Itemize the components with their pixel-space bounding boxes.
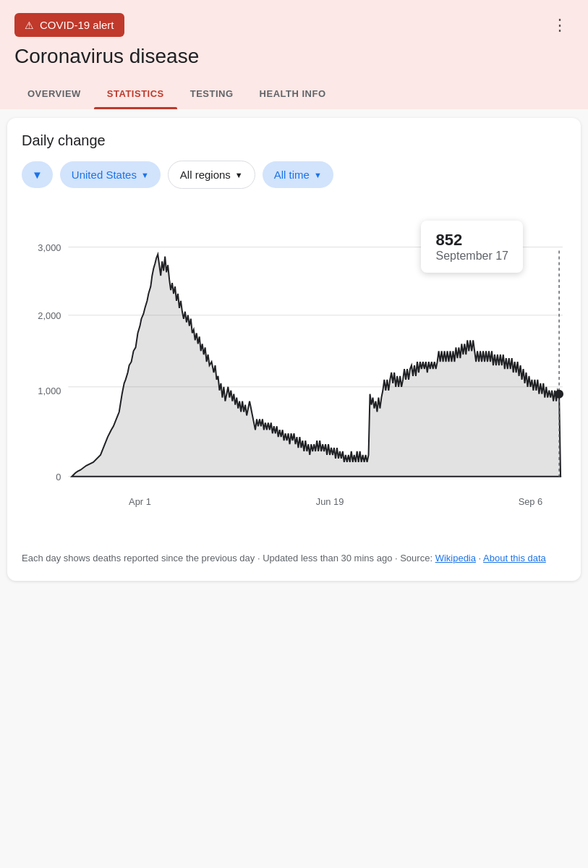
x-label-apr1: Apr 1 [129,496,151,507]
country-label: United States [72,169,137,181]
chart-area-path [72,255,561,477]
tooltip-date: September 17 [435,250,508,263]
header-background: ⚠ COVID-19 alert ⋮ Coronavirus disease O… [0,0,588,109]
more-options-icon[interactable]: ⋮ [546,13,574,38]
alert-badge-label: COVID-19 alert [40,19,114,31]
statistics-card: Daily change ▼ United States ▼ All regio… [7,118,581,581]
region-label: All regions [180,169,231,181]
page-title: Coronavirus disease [14,45,574,68]
y-label-0: 0 [56,472,61,482]
wikipedia-link[interactable]: Wikipedia [435,553,476,563]
footer-description: Each day shows deaths reported since the… [22,553,435,563]
alert-icon: ⚠ [25,20,34,31]
region-filter-button[interactable]: All regions ▼ [168,161,255,189]
y-label-3000: 3,000 [38,242,61,253]
y-label-2000: 2,000 [38,310,61,321]
x-label-sep6: Sep 6 [519,496,543,507]
tab-statistics[interactable]: STATISTICS [94,78,177,109]
x-label-jun19: Jun 19 [316,496,344,507]
chart-tooltip: 852 September 17 [421,221,523,273]
timeframe-label: All time [274,169,310,181]
tab-health-info[interactable]: HEALTH INFO [247,78,339,109]
card-footer: Each day shows deaths reported since the… [22,550,566,566]
chart-hover-dot [555,390,563,399]
timeframe-dropdown-icon: ▼ [314,171,322,179]
card-title: Daily change [22,132,566,149]
prev-arrow-button[interactable]: ▼ [22,161,53,188]
about-data-link[interactable]: About this data [483,553,546,563]
region-dropdown-icon: ▼ [235,171,243,179]
header-top-row: ⚠ COVID-19 alert ⋮ [14,13,574,38]
tab-overview[interactable]: OVERVIEW [14,78,94,109]
tab-bar: OVERVIEW STATISTICS TESTING HEALTH INFO [14,78,574,109]
prev-arrow-icon: ▼ [32,169,43,181]
country-dropdown-icon: ▼ [141,171,149,179]
country-filter-button[interactable]: United States ▼ [60,161,161,188]
footer-separator: · [476,553,483,563]
tab-testing[interactable]: TESTING [177,78,247,109]
timeframe-filter-button[interactable]: All time ▼ [263,161,333,188]
covid-alert-badge[interactable]: ⚠ COVID-19 alert [14,13,124,37]
chart-container: 852 September 17 3,000 2,000 1,000 0 Apr… [22,206,566,539]
filter-row: ▼ United States ▼ All regions ▼ All time… [22,161,566,189]
tooltip-value: 852 [435,231,508,250]
y-label-1000: 1,000 [38,386,61,396]
